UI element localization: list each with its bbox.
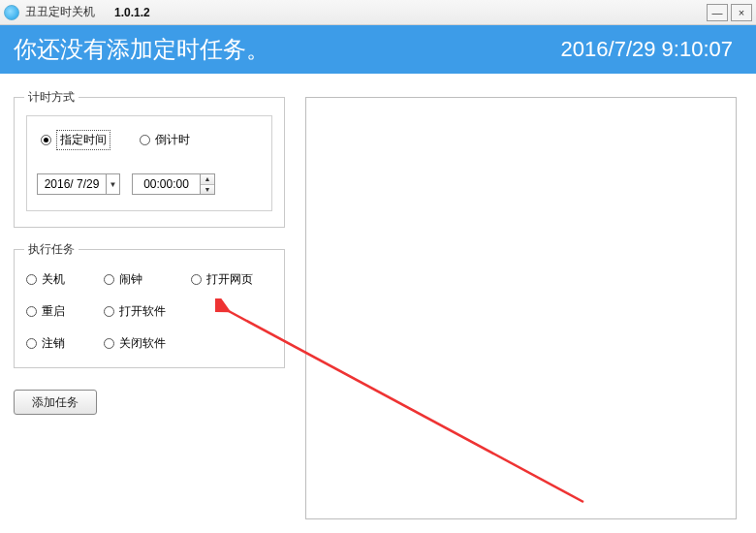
task-label: 打开网页 [206,271,253,288]
task-label: 注销 [42,335,65,352]
radio-dot-icon [26,274,37,285]
task-opt-logoff[interactable]: 注销 [26,335,104,352]
radio-dot-icon [26,338,37,349]
timing-legend: 计时方式 [24,89,79,106]
close-button[interactable]: × [731,4,752,21]
radio-dot-icon [140,135,150,145]
task-label: 打开软件 [119,303,166,320]
app-icon [4,5,19,20]
dropdown-icon[interactable]: ▼ [106,174,119,194]
radio-countdown-label: 倒计时 [155,132,190,148]
banner-message: 你还没有添加定时任务。 [14,34,269,65]
task-opt-restart[interactable]: 重启 [26,303,104,320]
task-group: 执行任务 关机 闹钟 打开网页 重启 [14,249,285,368]
task-label: 重启 [42,303,65,320]
add-task-button[interactable]: 添加任务 [14,390,97,415]
spinner-down-icon[interactable]: ▼ [201,185,214,195]
radio-dot-icon [191,274,202,285]
radio-dot-icon [104,306,114,317]
app-title: 丑丑定时关机 [25,4,95,20]
radio-dot-icon [41,135,51,145]
banner-datetime: 2016/7/29 9:10:07 [561,37,733,62]
task-legend: 执行任务 [24,241,79,258]
spinner-up-icon[interactable]: ▲ [201,174,214,185]
left-column: 计时方式 指定时间 倒计时 2016/ 7/29 ▼ [14,97,285,415]
body: 计时方式 指定时间 倒计时 2016/ 7/29 ▼ [0,74,756,533]
task-label: 闹钟 [119,271,142,288]
timing-inner: 指定时间 倒计时 2016/ 7/29 ▼ 00:00:00 [26,115,272,211]
timing-group: 计时方式 指定时间 倒计时 2016/ 7/29 ▼ [14,97,285,228]
date-value: 2016/ 7/29 [38,177,106,191]
titlebar: 丑丑定时关机 1.0.1.2 — × [0,0,756,25]
status-banner: 你还没有添加定时任务。 2016/7/29 9:10:07 [0,25,756,74]
radio-countdown[interactable]: 倒计时 [140,132,190,148]
task-opt-open-webpage[interactable]: 打开网页 [191,271,278,288]
task-label: 关闭软件 [119,335,166,352]
task-label: 关机 [42,271,65,288]
task-opt-shutdown[interactable]: 关机 [26,271,104,288]
time-picker[interactable]: 00:00:00 ▲ ▼ [132,173,215,195]
app-version: 1.0.1.2 [114,6,150,19]
task-opt-alarm[interactable]: 闹钟 [104,271,191,288]
time-value: 00:00:00 [133,177,200,191]
preview-pane [305,97,737,519]
minimize-button[interactable]: — [707,4,728,21]
radio-dot-icon [26,306,37,317]
time-spinner: ▲ ▼ [200,174,214,194]
task-opt-close-software[interactable]: 关闭软件 [104,335,191,352]
radio-specified-label: 指定时间 [56,130,110,150]
radio-dot-icon [104,274,114,285]
task-opt-open-software[interactable]: 打开软件 [104,303,191,320]
date-picker[interactable]: 2016/ 7/29 ▼ [37,173,120,195]
radio-dot-icon [104,338,114,349]
radio-specified-time[interactable]: 指定时间 [41,130,110,150]
